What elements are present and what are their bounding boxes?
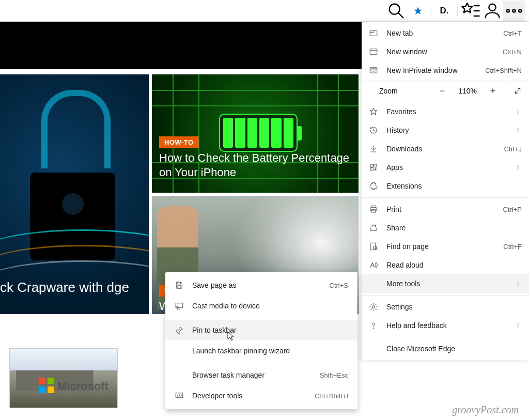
submenu-label: Developer tools [192, 392, 306, 400]
menu-label: History [386, 126, 506, 134]
microsoft-logo-text: Microsoft [57, 380, 108, 393]
menu-label: New window [386, 48, 494, 56]
submenu-developer-tools[interactable]: Developer tools Ctrl+Shift+I [165, 385, 357, 406]
extension-d-icon[interactable]: D. [433, 1, 455, 21]
menu-label: More tools [386, 279, 506, 288]
svg-rect-35 [178, 282, 180, 284]
menu-read-aloud[interactable]: Read aloud [362, 256, 529, 274]
menu-shortcut: Ctrl+J [504, 145, 522, 153]
print-icon [369, 205, 378, 214]
menu-share[interactable]: Share [362, 219, 529, 237]
devtools-icon [175, 391, 184, 400]
svg-point-33 [372, 306, 375, 308]
submenu-label: Pin to taskbar [192, 326, 348, 334]
menu-settings[interactable]: Settings [362, 298, 529, 316]
mouse-cursor-icon [227, 331, 236, 341]
menu-label: Apps [386, 163, 506, 172]
help-icon [369, 321, 378, 330]
blank-icon [369, 279, 378, 288]
submenu-label: Launch taskbar pinning wizard [192, 347, 348, 355]
menu-label: Settings [386, 303, 522, 311]
extensions-icon [369, 181, 378, 191]
fullscreen-button[interactable] [508, 81, 522, 101]
menu-help[interactable]: Help and feedback [362, 316, 529, 335]
article-card-crapware[interactable]: ck Crapware with dge [0, 74, 149, 314]
menu-label: Favorites [386, 107, 506, 116]
favorites-star-icon[interactable] [407, 1, 429, 21]
search-icon[interactable] [385, 1, 407, 21]
inprivate-icon [369, 66, 378, 75]
submenu-save-page-as[interactable]: Save page as Ctrl+S [165, 275, 357, 295]
menu-history[interactable]: History [362, 121, 529, 139]
menu-label: Downloads [386, 145, 496, 153]
menu-close-edge[interactable]: Close Microsoft Edge [362, 339, 529, 358]
menu-favorites[interactable]: Favorites [362, 102, 529, 121]
article-card-battery[interactable]: HOW-TO How to Check the Battery Percenta… [152, 74, 359, 193]
submenu-cast-media[interactable]: Cast media to device [165, 295, 357, 316]
menu-label: Print [386, 205, 495, 213]
menu-print[interactable]: Print Ctrl+P [362, 200, 529, 219]
svg-point-0 [390, 4, 400, 14]
svg-rect-13 [370, 49, 377, 55]
submenu-launch-pinning-wizard[interactable]: Launch taskbar pinning wizard [165, 340, 357, 361]
menu-label: Find on page [386, 242, 495, 251]
zoom-label: Zoom [369, 87, 429, 95]
menu-new-inprivate[interactable]: New InPrivate window Ctrl+Shift+N [362, 61, 529, 80]
svg-point-9 [512, 9, 515, 12]
menu-shortcut: Ctrl+P [503, 206, 522, 213]
share-icon [369, 223, 378, 232]
svg-rect-22 [374, 164, 377, 167]
blank-icon [369, 344, 378, 353]
submenu-task-manager[interactable]: Browser task manager Shift+Esc [165, 365, 357, 385]
category-tag: HOW-TO [159, 136, 199, 148]
history-icon [369, 126, 378, 135]
submenu-shortcut: Ctrl+Shift+I [315, 392, 348, 400]
menu-divider [362, 337, 529, 337]
svg-rect-21 [370, 164, 373, 167]
menu-new-tab[interactable]: New tab Ctrl+T [362, 24, 529, 42]
menu-shortcut: Ctrl+Shift+N [485, 67, 522, 74]
more-menu-button[interactable] [503, 1, 525, 21]
menu-label: Share [386, 224, 522, 232]
menu-more-tools[interactable]: More tools [362, 274, 529, 293]
blank-icon [175, 370, 184, 380]
svg-rect-37 [176, 303, 183, 308]
profile-avatar-icon[interactable] [481, 1, 503, 21]
menu-extensions[interactable]: Extensions [362, 177, 529, 195]
chevron-right-icon [515, 108, 522, 115]
submenu-divider [165, 318, 357, 318]
apps-icon [369, 163, 378, 172]
submenu-label: Browser task manager [192, 371, 312, 379]
menu-shortcut: Ctrl+T [503, 29, 522, 37]
menu-zoom-row: Zoom − 110% + [362, 81, 529, 101]
menu-new-window[interactable]: New window Ctrl+N [362, 42, 529, 61]
menu-apps[interactable]: Apps [362, 158, 529, 177]
microsoft-logo-icon [39, 378, 54, 393]
menu-shortcut: Ctrl+F [503, 243, 522, 251]
menu-downloads[interactable]: Downloads Ctrl+J [362, 139, 529, 158]
svg-line-39 [179, 395, 180, 397]
svg-rect-26 [371, 206, 376, 208]
pin-icon [175, 325, 184, 335]
svg-point-10 [519, 9, 521, 12]
svg-point-8 [507, 9, 509, 12]
zoom-in-button[interactable]: + [484, 83, 502, 99]
svg-rect-23 [370, 168, 373, 170]
read-aloud-icon [369, 260, 378, 270]
submenu-pin-to-taskbar[interactable]: Pin to taskbar [165, 320, 357, 340]
favorites-list-icon[interactable] [460, 1, 481, 21]
menu-divider [362, 295, 529, 295]
settings-and-more-menu: New tab Ctrl+T New window Ctrl+N New InP… [362, 22, 529, 360]
menu-find[interactable]: Find on page Ctrl+F [362, 237, 529, 256]
download-icon [369, 144, 378, 153]
submenu-divider [165, 363, 357, 363]
menu-label: Read aloud [386, 261, 522, 269]
menu-label: New tab [386, 29, 495, 37]
microsoft-building-thumb[interactable]: Microsoft [9, 348, 118, 408]
svg-line-1 [399, 13, 403, 18]
svg-marker-3 [462, 3, 472, 12]
gear-icon [369, 302, 378, 312]
submenu-label: Cast media to device [192, 302, 348, 310]
chevron-right-icon [515, 280, 522, 287]
zoom-out-button[interactable]: − [433, 83, 451, 99]
